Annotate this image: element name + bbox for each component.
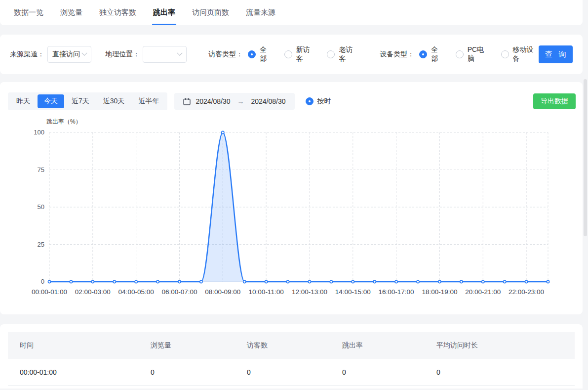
table-row: 00:00-01:000000 xyxy=(8,359,575,386)
data-point[interactable] xyxy=(243,280,246,283)
range-4[interactable]: 近半年 xyxy=(132,94,165,108)
calendar-icon xyxy=(183,98,191,105)
data-point[interactable] xyxy=(547,280,549,283)
visitor-type-option-1[interactable]: 新访客 xyxy=(284,45,315,63)
date-range-segmented: 昨天今天近7天近30天近半年 xyxy=(8,92,167,110)
x-tick-label: 14:00-15:00 xyxy=(335,288,371,296)
y-tick-label: 75 xyxy=(38,166,44,173)
data-point[interactable] xyxy=(504,280,506,283)
table-col-header-2: 访客数 xyxy=(235,341,330,350)
data-point[interactable] xyxy=(222,131,224,133)
x-tick-label: 10:00-11:00 xyxy=(249,288,284,296)
y-tick-label: 0 xyxy=(41,278,44,285)
data-point[interactable] xyxy=(157,280,159,283)
device-type-option-0[interactable]: 全部 xyxy=(419,45,443,63)
date-start: 2024/08/30 xyxy=(196,97,230,105)
chart-controls: 昨天今天近7天近30天近半年 2024/08/30 → 2024/08/30 按… xyxy=(8,93,576,110)
filter-bar: 来源渠道： 直接访问 地理位置： 访客类型： 全部新访客老访客 设备类型： 全部… xyxy=(0,35,583,74)
visitor-type-option-label: 全部 xyxy=(260,45,272,63)
tab-5[interactable]: 流量来源 xyxy=(245,0,276,25)
data-point[interactable] xyxy=(395,280,397,283)
visitor-type-option-label: 老访客 xyxy=(339,45,358,63)
table-header-row: 时间浏览量访客数跳出率平均访问时长 xyxy=(8,332,575,359)
device-type-radio-group: 全部PC电脑移动设备 xyxy=(419,45,539,63)
data-point[interactable] xyxy=(178,280,181,283)
tab-1[interactable]: 浏览量 xyxy=(59,0,83,25)
x-tick-label: 16:00-17:00 xyxy=(379,288,414,296)
x-tick-label: 02:00-03:00 xyxy=(75,288,111,296)
radio-icon xyxy=(327,50,335,58)
export-data-button[interactable]: 导出数据 xyxy=(533,93,576,109)
top-tab-bar: 数据一览浏览量独立访客数跳出率访问页面数流量来源 xyxy=(0,0,583,25)
range-2[interactable]: 近7天 xyxy=(65,94,96,108)
table-cell: 0 xyxy=(139,368,235,376)
y-tick-label: 25 xyxy=(38,241,44,248)
chart-card: 昨天今天近7天近30天近半年 2024/08/30 → 2024/08/30 按… xyxy=(0,82,583,314)
table-col-header-4: 平均访问时长 xyxy=(425,341,575,350)
data-point[interactable] xyxy=(286,280,289,283)
visitor-type-option-0[interactable]: 全部 xyxy=(248,45,272,63)
geo-location-label: 地理位置： xyxy=(105,50,140,59)
device-type-option-label: 移动设备 xyxy=(513,45,539,63)
data-table-card: 时间浏览量访客数跳出率平均访问时长 00:00-01:000000 xyxy=(0,324,583,389)
table-col-header-3: 跳出率 xyxy=(330,341,425,350)
device-type-option-label: 全部 xyxy=(431,45,443,63)
tab-0[interactable]: 数据一览 xyxy=(13,0,44,25)
data-point[interactable] xyxy=(417,280,419,283)
visitor-type-radio-group: 全部新访客老访客 xyxy=(248,45,358,63)
radio-icon xyxy=(248,50,256,58)
x-tick-label: 06:00-07:00 xyxy=(161,288,197,296)
date-end: 2024/08/30 xyxy=(251,97,285,105)
radio-icon xyxy=(419,50,427,58)
table-col-header-0: 时间 xyxy=(8,341,139,350)
x-tick-label: 04:00-05:00 xyxy=(118,288,154,296)
range-0[interactable]: 昨天 xyxy=(10,94,37,108)
scrollbar-thumb[interactable] xyxy=(584,79,587,236)
data-point[interactable] xyxy=(460,280,463,283)
y-tick-label: 100 xyxy=(34,129,44,136)
device-type-option-label: PC电脑 xyxy=(468,45,489,63)
x-tick-label: 22:00-23:00 xyxy=(509,288,544,296)
data-point[interactable] xyxy=(482,280,484,283)
y-tick-label: 50 xyxy=(38,203,44,211)
geo-location-select[interactable] xyxy=(143,46,187,63)
tab-4[interactable]: 访问页面数 xyxy=(191,0,230,25)
data-point[interactable] xyxy=(525,280,527,283)
data-point[interactable] xyxy=(373,280,376,283)
data-point[interactable] xyxy=(48,280,50,283)
data-point[interactable] xyxy=(113,280,116,283)
data-point[interactable] xyxy=(330,280,332,283)
data-point[interactable] xyxy=(265,280,268,283)
query-button[interactable]: 查 询 xyxy=(539,45,573,63)
data-point[interactable] xyxy=(438,280,441,283)
data-point[interactable] xyxy=(70,280,72,283)
data-point[interactable] xyxy=(308,280,311,283)
chart-y-axis-title: 跳出率（%） xyxy=(46,118,81,126)
device-type-label: 设备类型： xyxy=(380,50,414,59)
radio-icon xyxy=(456,50,464,58)
chevron-down-icon xyxy=(81,50,87,56)
range-3[interactable]: 近30天 xyxy=(97,94,131,108)
granularity-radio[interactable]: 按时 xyxy=(306,97,331,106)
device-type-option-2[interactable]: 移动设备 xyxy=(501,45,539,63)
source-channel-select[interactable]: 直接访问 xyxy=(47,46,91,63)
table-cell: 0 xyxy=(235,368,330,376)
data-point[interactable] xyxy=(352,280,354,283)
device-type-option-1[interactable]: PC电脑 xyxy=(456,45,489,63)
range-1[interactable]: 今天 xyxy=(38,94,64,108)
radio-icon xyxy=(284,50,292,58)
x-tick-label: 00:00-01:00 xyxy=(32,288,67,296)
data-point[interactable] xyxy=(200,280,202,283)
visitor-type-option-2[interactable]: 老访客 xyxy=(327,45,358,63)
tab-2[interactable]: 独立访客数 xyxy=(98,0,137,25)
table-body: 00:00-01:000000 xyxy=(8,359,575,386)
tab-3[interactable]: 跳出率 xyxy=(152,0,176,25)
date-arrow-icon: → xyxy=(235,97,246,105)
chevron-down-icon xyxy=(177,50,183,56)
x-tick-label: 12:00-13:00 xyxy=(292,288,327,296)
data-point[interactable] xyxy=(91,280,94,283)
date-range-picker[interactable]: 2024/08/30 → 2024/08/30 xyxy=(174,93,294,110)
x-tick-label: 18:00-19:00 xyxy=(422,288,457,296)
data-point[interactable] xyxy=(135,280,137,283)
source-channel-label: 来源渠道： xyxy=(10,50,44,59)
